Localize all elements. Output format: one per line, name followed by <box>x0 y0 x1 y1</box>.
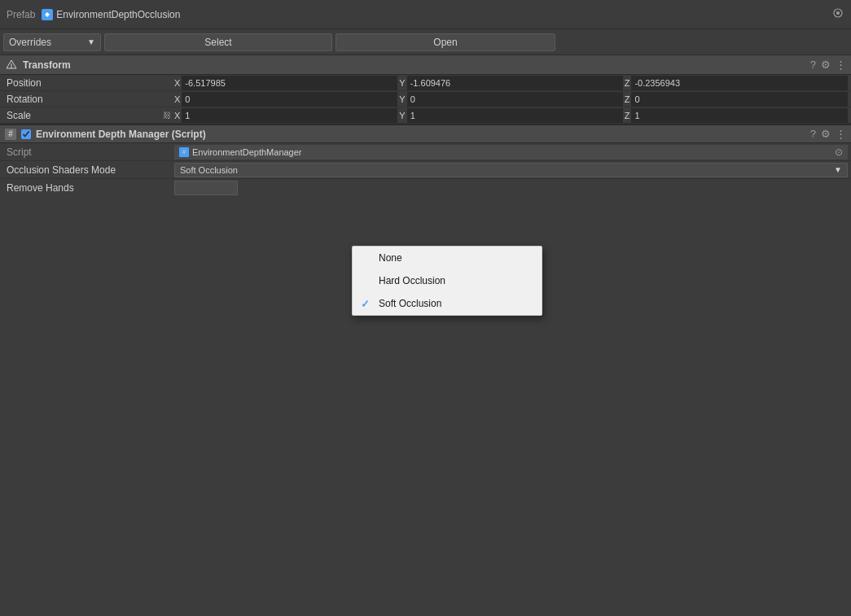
remove-hands-label: Remove Hands <box>3 182 174 194</box>
scale-lock-icon: ⛓ <box>163 111 171 120</box>
transform-help-icon[interactable]: ? <box>810 59 816 71</box>
position-x-field: X <box>174 76 397 90</box>
overrides-arrow-icon: ▼ <box>87 37 95 46</box>
scale-y-label: Y <box>399 111 405 120</box>
transform-section-header: Transform ? ⚙ ⋮ <box>0 55 851 75</box>
script-value-field: # EnvironmentDepthManager ⊙ <box>174 145 848 159</box>
top-bar: Prefab ◆ EnvironmentDepthOcclusion <box>0 0 851 29</box>
position-label: Position <box>3 77 174 89</box>
component-more-icon[interactable]: ⋮ <box>836 128 846 140</box>
rotation-y-field: Y <box>399 92 622 107</box>
position-x-label: X <box>174 78 180 88</box>
occlusion-shaders-label: Occlusion Shaders Mode <box>3 164 174 176</box>
component-hash-icon: # <box>5 129 16 140</box>
scale-y-input[interactable] <box>407 108 623 123</box>
scale-x-input[interactable] <box>182 108 397 123</box>
prefab-label: Prefab <box>7 9 35 20</box>
position-z-field: Z <box>625 76 848 90</box>
position-y-input[interactable] <box>407 76 623 90</box>
position-y-field: Y <box>399 76 622 90</box>
select-button[interactable]: Select <box>104 33 332 51</box>
svg-point-1 <box>836 11 840 15</box>
transform-more-icon[interactable]: ⋮ <box>836 59 846 71</box>
select-label: Select <box>204 37 231 48</box>
scale-z-input[interactable] <box>631 108 848 123</box>
position-x-input[interactable] <box>182 76 397 90</box>
rotation-x-input[interactable] <box>182 92 397 107</box>
occlusion-dropdown-popup: None Hard Occlusion ✓ Soft Occlusion <box>352 246 542 316</box>
component-settings-icon[interactable]: ⚙ <box>821 128 831 140</box>
scale-x-field: X <box>174 108 397 123</box>
script-filename: EnvironmentDepthManager <box>192 147 302 157</box>
position-y-label: Y <box>399 78 405 88</box>
rotation-z-field: Z <box>625 92 848 107</box>
dropdown-hard-label: Hard Occlusion <box>379 275 445 286</box>
open-label: Open <box>433 37 457 48</box>
script-file-icon: # <box>179 147 189 157</box>
scale-y-field: Y <box>399 108 622 123</box>
position-row: Position X Y Z <box>0 75 851 91</box>
script-row: Script # EnvironmentDepthManager ⊙ <box>0 143 851 161</box>
dropdown-item-none[interactable]: None <box>353 247 542 269</box>
scale-z-label: Z <box>625 111 630 120</box>
transform-fields: Position X Y Z Rotation X <box>0 75 851 124</box>
component-enable-checkbox[interactable] <box>21 129 31 139</box>
script-label: Script <box>3 146 174 158</box>
position-fields: X Y Z <box>174 76 848 90</box>
rotation-x-label: X <box>174 94 180 104</box>
open-button[interactable]: Open <box>336 33 555 51</box>
rotation-fields: X Y Z <box>174 92 848 107</box>
prefab-icon: ◆ <box>42 9 53 20</box>
rotation-row: Rotation X Y Z <box>0 91 851 107</box>
remove-hands-button[interactable] <box>174 181 238 195</box>
unity-logo-icon <box>5 59 18 72</box>
rotation-label: Rotation <box>3 94 174 105</box>
rotation-y-label: Y <box>399 94 405 104</box>
toolbar-row: Overrides ▼ Select Open <box>0 29 851 55</box>
position-z-input[interactable] <box>631 76 848 90</box>
component-title: Environment Depth Manager (Script) <box>36 129 805 140</box>
dropdown-item-soft-occlusion[interactable]: ✓ Soft Occlusion <box>353 292 542 315</box>
remove-hands-row: Remove Hands <box>0 179 851 197</box>
position-z-label: Z <box>625 78 630 88</box>
dropdown-soft-label: Soft Occlusion <box>379 298 441 309</box>
dropdown-none-label: None <box>379 252 402 264</box>
transform-title: Transform <box>23 59 805 71</box>
scale-x-label: X <box>174 111 180 120</box>
transform-icons: ? ⚙ ⋮ <box>810 59 846 71</box>
occlusion-row: Occlusion Shaders Mode Soft Occlusion ▼ <box>0 161 851 179</box>
overrides-dropdown[interactable]: Overrides ▼ <box>3 33 101 51</box>
top-settings-icon[interactable] <box>831 7 844 22</box>
scale-row: Scale ⛓ X Y Z <box>0 107 851 124</box>
script-target-icon[interactable]: ⊙ <box>835 146 843 158</box>
prefab-name-text: EnvironmentDepthOcclusion <box>56 9 180 20</box>
rotation-y-input[interactable] <box>407 92 623 107</box>
prefab-name: ◆ EnvironmentDepthOcclusion <box>42 9 180 20</box>
component-help-icon[interactable]: ? <box>810 128 816 140</box>
component-header: # Environment Depth Manager (Script) ? ⚙… <box>0 124 851 143</box>
occlusion-dropdown-value: Soft Occlusion <box>180 165 238 175</box>
soft-check-icon: ✓ <box>361 298 372 310</box>
dropdown-item-hard-occlusion[interactable]: Hard Occlusion <box>353 269 542 292</box>
rotation-z-input[interactable] <box>631 92 848 107</box>
scale-z-field: Z <box>625 108 848 123</box>
scale-label: Scale ⛓ <box>3 110 174 121</box>
component-icons: ? ⚙ ⋮ <box>810 128 846 140</box>
occlusion-dropdown[interactable]: Soft Occlusion ▼ <box>174 163 848 177</box>
scale-fields: X Y Z <box>174 108 848 123</box>
rotation-z-label: Z <box>625 94 630 104</box>
rotation-x-field: X <box>174 92 397 107</box>
overrides-label: Overrides <box>9 37 51 48</box>
transform-settings-icon[interactable]: ⚙ <box>821 59 831 71</box>
occlusion-dropdown-arrow-icon: ▼ <box>834 165 842 174</box>
